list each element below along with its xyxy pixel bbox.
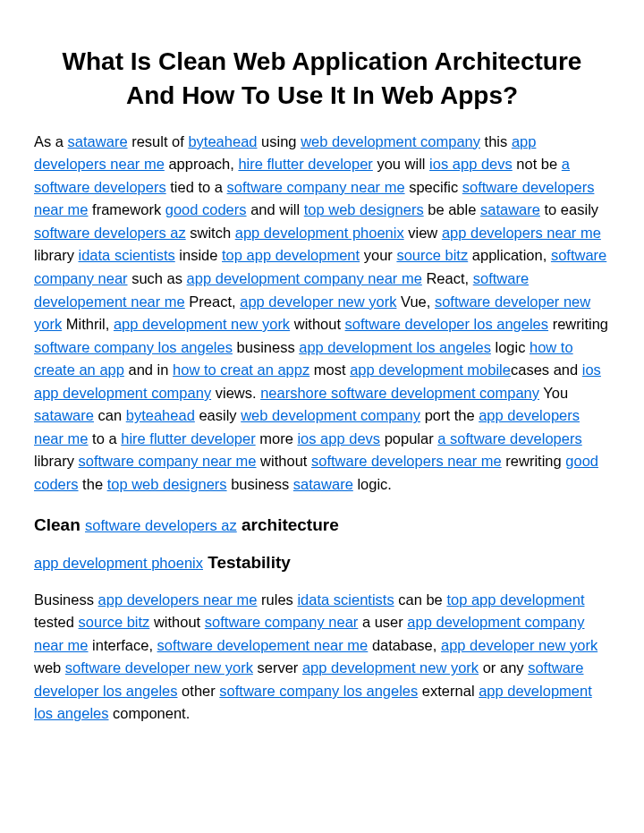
text: using [258,133,301,149]
text: As a [34,133,68,149]
link[interactable]: software company near me [79,453,257,469]
text: You [539,385,568,401]
text: not be [513,156,562,172]
text: interface, [89,637,157,653]
text: the [79,476,107,492]
text: such as [128,270,187,286]
text: a user [358,614,407,630]
text: Preact, [185,293,240,310]
text: to easily [540,201,598,217]
link[interactable]: software developers az [34,225,186,241]
link[interactable]: software developers az [85,517,237,533]
link[interactable]: byteahead [126,407,195,423]
text: and in [124,361,173,378]
text: database, [368,637,441,653]
text: other [178,683,220,699]
section-heading-clean: Clean software developers az architectur… [34,513,610,539]
text: business [227,476,293,492]
text: Business [34,591,98,608]
text: views. [211,385,260,401]
text: rewriting [502,453,566,469]
text: architecture [237,515,339,534]
link[interactable]: nearshore software development company [260,385,539,401]
link[interactable]: top app development [222,247,360,263]
link[interactable]: app developer new york [240,293,396,310]
text: specific [405,179,462,195]
text: this [480,133,512,149]
link[interactable]: sataware [480,201,540,217]
link[interactable]: source bitz [79,614,150,630]
text: without [149,614,204,630]
text: cases and [511,361,582,378]
text: tested [34,614,79,630]
text: to a [89,430,122,446]
text: React, [422,270,473,286]
link[interactable]: idata scientists [297,591,394,608]
link[interactable]: ios app devs [297,430,380,446]
link[interactable]: sataware [293,476,353,492]
text: or any [479,659,528,676]
text: can [94,407,126,423]
text: without [290,316,344,332]
link[interactable]: software company los angeles [219,683,418,699]
text: web [34,659,65,676]
link[interactable]: a software developers [437,430,581,446]
link[interactable]: how to creat an appz [173,361,309,378]
text: Testability [203,553,291,572]
link[interactable]: software developement near me [157,637,369,653]
text: and will [247,201,304,217]
link[interactable]: app developer new york [441,637,597,653]
link[interactable]: software company near [205,614,359,630]
link[interactable]: software company near me [227,179,405,195]
text: your [360,247,396,263]
text: Vue, [396,293,435,310]
text: easily [195,407,241,423]
text: popular [380,430,437,446]
section-heading-testability: app development phoenix Testability [34,550,610,576]
link[interactable]: software developer new york [65,659,253,676]
link[interactable]: hire flutter developer [121,430,255,446]
link[interactable]: top app development [446,591,584,608]
text: library [34,453,79,469]
text: most [309,361,350,378]
link[interactable]: web development company [301,133,480,149]
text: you will [373,156,429,172]
link[interactable]: good coders [165,201,247,217]
text: server [253,659,302,676]
text: inside [175,247,222,263]
link[interactable]: app development phoenix [34,555,203,571]
link[interactable]: hire flutter developer [238,156,372,172]
text: Mithril, [62,316,114,332]
text: can be [394,591,447,608]
text: component. [108,705,190,721]
text: logic [491,339,530,355]
link[interactable]: idata scientists [79,247,175,263]
link[interactable]: web development company [241,407,420,423]
text: be able [424,201,480,217]
testability-paragraph: Business app developers near me rules id… [34,589,610,726]
text: library [34,247,79,263]
text: switch [186,225,235,241]
link[interactable]: sataware [34,407,94,423]
link[interactable]: software developer los angeles [345,316,548,332]
link[interactable]: app development mobile [350,361,511,378]
link[interactable]: app development new york [114,316,290,332]
link[interactable]: app development los angeles [299,339,491,355]
link[interactable]: app developers near me [442,225,601,241]
link[interactable]: byteahead [188,133,257,149]
intro-paragraph: As a sataware result of byteahead using … [34,131,610,497]
text: more [256,430,298,446]
link[interactable]: app developers near me [98,591,258,608]
link[interactable]: top web designers [304,201,424,217]
link[interactable]: app development company near me [187,270,422,286]
link[interactable]: top web designers [107,476,227,492]
link[interactable]: app development phoenix [235,225,404,241]
link[interactable]: source bitz [396,247,468,263]
text: Clean [34,515,85,534]
text: tied to a [166,179,227,195]
link[interactable]: software company los angeles [34,339,233,355]
link[interactable]: software developers near me [311,453,502,469]
link[interactable]: sataware [68,133,128,149]
link[interactable]: ios app devs [429,156,513,172]
link[interactable]: app development new york [302,659,479,676]
